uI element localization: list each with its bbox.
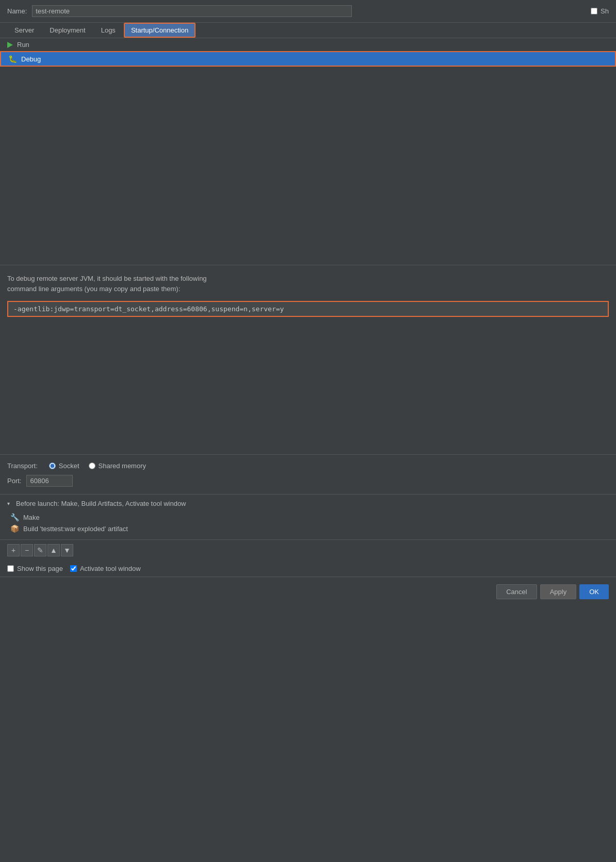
shared-memory-radio[interactable] xyxy=(89,462,95,469)
port-label: Port: xyxy=(7,477,21,485)
up-button[interactable]: ▲ xyxy=(47,544,60,556)
cancel-button[interactable]: Cancel xyxy=(496,584,537,599)
make-label: Make xyxy=(23,514,40,521)
transport-section: Transport: Socket Shared memory Port: xyxy=(0,454,616,494)
share-checkbox[interactable] xyxy=(591,8,597,14)
make-icon: 🔧 xyxy=(10,513,19,521)
info-section: To debug remote server JVM, it should be… xyxy=(0,265,616,298)
before-launch-section: ▾ Before launch: Make, Build Artifacts, … xyxy=(0,494,616,539)
tab-server[interactable]: Server xyxy=(7,23,41,38)
info-line1: To debug remote server JVM, it should be… xyxy=(7,274,609,284)
show-page-row: Show this page Activate tool window xyxy=(0,561,616,577)
show-page-item[interactable]: Show this page xyxy=(7,565,63,572)
run-icon xyxy=(7,42,13,48)
before-launch-chevron: ▾ xyxy=(7,501,10,506)
activate-tool-item[interactable]: Activate tool window xyxy=(70,565,141,572)
cmdline-input[interactable] xyxy=(7,301,609,317)
name-input[interactable] xyxy=(32,5,352,17)
transport-radio-group: Socket Shared memory xyxy=(49,462,146,470)
main-content: Run 🐛 Debug To debug remote server JVM, … xyxy=(0,38,616,606)
shared-memory-option[interactable]: Shared memory xyxy=(89,462,146,470)
transport-label: Transport: xyxy=(7,462,38,470)
before-launch-title: Before launch: Make, Build Artifacts, Ac… xyxy=(16,500,186,507)
info-line2: command line arguments (you may copy and… xyxy=(7,284,609,294)
build-artifact-item: 📦 Build 'testtest:war exploded' artifact xyxy=(7,523,609,534)
make-item: 🔧 Make xyxy=(7,512,609,523)
bottom-buttons: Cancel Apply OK xyxy=(0,577,616,606)
name-label: Name: xyxy=(7,7,27,15)
ok-button[interactable]: OK xyxy=(579,584,609,599)
port-input[interactable] xyxy=(26,475,73,487)
show-page-checkbox[interactable] xyxy=(7,565,14,572)
tab-deployment[interactable]: Deployment xyxy=(42,23,92,38)
edit-button[interactable]: ✎ xyxy=(34,544,46,556)
tab-logs[interactable]: Logs xyxy=(94,23,123,38)
remove-button[interactable]: − xyxy=(21,544,33,556)
name-bar: Name: Sh xyxy=(0,0,616,23)
debug-icon: 🐛 xyxy=(8,55,17,63)
shared-memory-label: Shared memory xyxy=(99,462,146,470)
tab-startup-connection[interactable]: Startup/Connection xyxy=(124,23,196,38)
add-button[interactable]: + xyxy=(7,544,20,556)
build-icon: 📦 xyxy=(10,524,19,533)
show-page-label: Show this page xyxy=(17,565,63,572)
share-area: Sh xyxy=(591,7,609,15)
transport-row: Transport: Socket Shared memory xyxy=(7,462,609,470)
debug-label: Debug xyxy=(21,55,41,63)
build-label: Build 'testtest:war exploded' artifact xyxy=(23,525,128,533)
socket-option[interactable]: Socket xyxy=(49,462,79,470)
socket-label: Socket xyxy=(59,462,79,470)
before-launch-header[interactable]: ▾ Before launch: Make, Build Artifacts, … xyxy=(7,500,609,507)
socket-radio[interactable] xyxy=(49,462,56,469)
apply-button[interactable]: Apply xyxy=(540,584,577,599)
activate-tool-checkbox[interactable] xyxy=(70,565,77,572)
run-debug-list: Run 🐛 Debug xyxy=(0,38,616,265)
debug-item[interactable]: 🐛 Debug xyxy=(0,51,616,67)
run-item[interactable]: Run xyxy=(0,38,616,51)
port-row: Port: xyxy=(7,475,609,487)
share-label: Sh xyxy=(601,7,609,15)
run-label: Run xyxy=(17,41,29,49)
activate-tool-label: Activate tool window xyxy=(80,565,141,572)
tabs-row: Server Deployment Logs Startup/Connectio… xyxy=(0,23,616,38)
toolbar-row: + − ✎ ▲ ▼ xyxy=(0,539,616,561)
down-button[interactable]: ▼ xyxy=(61,544,73,556)
